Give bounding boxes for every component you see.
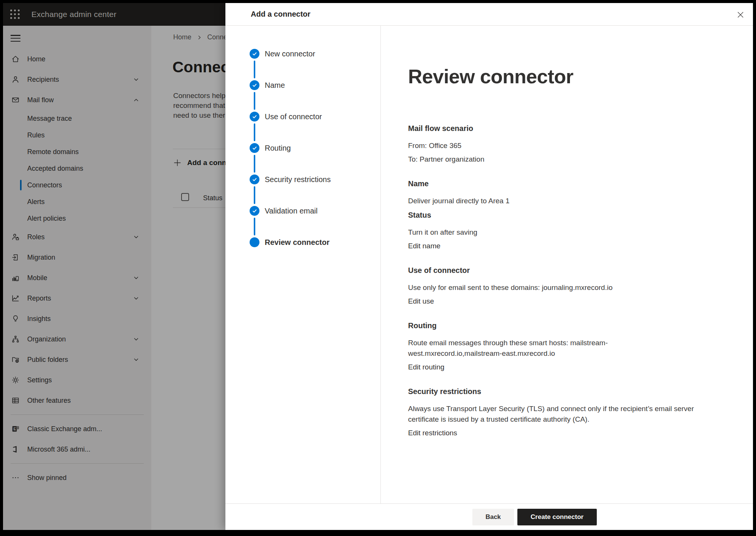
add-connector-wizard: Add a connector New connector Name bbox=[225, 3, 753, 530]
section-heading: Security restrictions bbox=[408, 387, 700, 396]
edit-routing-link[interactable]: Edit routing bbox=[408, 362, 444, 372]
create-connector-button[interactable]: Create connector bbox=[517, 509, 597, 525]
routing-section: Routing Route email messages through the… bbox=[408, 321, 700, 372]
wizard-header: Add a connector bbox=[225, 3, 753, 26]
wizard-footer: Back Create connector bbox=[225, 503, 753, 530]
step-connector-line bbox=[254, 218, 255, 235]
step-connector-line bbox=[254, 61, 255, 78]
step-complete-icon bbox=[250, 80, 259, 90]
step-complete-icon bbox=[250, 112, 259, 122]
connector-name-value: Deliver journal directly to Area 1 bbox=[408, 196, 700, 206]
status-subheading: Status bbox=[408, 211, 700, 220]
edit-restrictions-link[interactable]: Edit restrictions bbox=[408, 428, 457, 438]
step-new-connector: New connector bbox=[225, 49, 380, 80]
step-routing: Routing bbox=[225, 143, 380, 175]
wizard-steps: New connector Name Use of connector bbox=[225, 26, 381, 503]
step-use-of-connector: Use of connector bbox=[225, 112, 380, 143]
step-complete-icon bbox=[250, 206, 259, 216]
use-of-connector-value: Use only for email sent to these domains… bbox=[408, 282, 700, 293]
back-button[interactable]: Back bbox=[472, 509, 514, 525]
routing-value: Route email messages through these smart… bbox=[408, 338, 700, 359]
step-validation-email: Validation email bbox=[225, 206, 380, 237]
status-value: Turn it on after saving bbox=[408, 227, 700, 238]
security-restrictions-value: Always use Transport Layer Security (TLS… bbox=[408, 404, 700, 425]
mail-flow-to: To: Partner organization bbox=[408, 154, 700, 165]
step-security-restrictions: Security restrictions bbox=[225, 175, 380, 206]
close-button[interactable] bbox=[735, 9, 746, 20]
step-current-icon bbox=[250, 237, 259, 247]
step-complete-icon bbox=[250, 49, 259, 59]
review-heading: Review connector bbox=[408, 65, 729, 88]
step-connector-line bbox=[254, 155, 255, 173]
edit-name-link[interactable]: Edit name bbox=[408, 241, 441, 251]
security-restrictions-section: Security restrictions Always use Transpo… bbox=[408, 387, 700, 438]
step-connector-line bbox=[254, 92, 255, 110]
review-panel: Review connector Mail flow scenario From… bbox=[381, 26, 753, 503]
step-complete-icon bbox=[250, 143, 259, 153]
wizard-title: Add a connector bbox=[251, 10, 310, 19]
section-heading: Name bbox=[408, 179, 700, 188]
close-icon bbox=[736, 11, 745, 19]
section-heading: Use of connector bbox=[408, 266, 700, 275]
mail-flow-scenario-section: Mail flow scenario From: Office 365 To: … bbox=[408, 124, 700, 165]
mail-flow-from: From: Office 365 bbox=[408, 140, 700, 151]
step-connector-line bbox=[254, 186, 255, 204]
step-name: Name bbox=[225, 80, 380, 112]
name-section: Name Deliver journal directly to Area 1 … bbox=[408, 179, 700, 251]
use-of-connector-section: Use of connector Use only for email sent… bbox=[408, 266, 700, 307]
edit-use-link[interactable]: Edit use bbox=[408, 296, 434, 307]
step-complete-icon bbox=[250, 175, 259, 184]
step-review-connector: Review connector bbox=[225, 237, 380, 269]
section-heading: Mail flow scenario bbox=[408, 124, 700, 133]
section-heading: Routing bbox=[408, 321, 700, 330]
step-connector-line bbox=[254, 123, 255, 141]
